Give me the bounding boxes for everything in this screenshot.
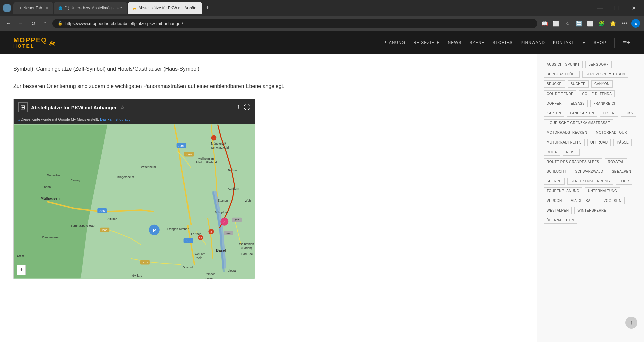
- tag-pässe[interactable]: PÄSSE: [613, 139, 632, 146]
- minimize-button[interactable]: —: [592, 3, 608, 13]
- page-wrapper: MOPPEQ HOTEL 🏍 PLANUNG REISEZIELE NEWS S…: [0, 31, 644, 342]
- tag-wintersperre[interactable]: WINTERSPERRE: [574, 207, 609, 214]
- refresh-icon[interactable]: 🔄: [574, 19, 584, 28]
- tag-karten[interactable]: KARTEN: [544, 110, 564, 117]
- address-input[interactable]: 🔒 https://www.moppedhotel.de/abstellplat…: [52, 19, 537, 28]
- map-fullscreen-icon[interactable]: ⛶: [244, 104, 250, 111]
- map-share-icon[interactable]: ⤴: [237, 104, 240, 111]
- tag-verdon[interactable]: VERDON: [544, 197, 565, 204]
- nav-szene[interactable]: SZENE: [470, 40, 485, 45]
- svg-text:Weil am: Weil am: [194, 252, 205, 256]
- browser-tab-active[interactable]: 🏍 Abstellplätze für PKW mit Anhän... ✕: [128, 2, 202, 14]
- tag-übernachten[interactable]: ÜBERNACHTEN: [544, 217, 577, 224]
- map-subtitle-text: Diese Karte wurde mit Google My Maps ers…: [21, 117, 99, 121]
- tag-landkarten[interactable]: LANDKARTEN: [567, 110, 597, 117]
- tag-ligurische-grenzkammstrasse[interactable]: LIGURISCHE GRENZKAMMSTRASSE: [544, 119, 613, 126]
- tag-cloud: AUSSICHTSPUNKTBERGDORFBERGGASTHÖFEBERGVE…: [544, 61, 637, 224]
- map-info-icon: ℹ: [18, 117, 20, 121]
- tag-unterhaltung[interactable]: UNTERHALTUNG: [585, 187, 620, 194]
- tag-via-del-sale[interactable]: VIA DEL SALE: [568, 197, 598, 204]
- tag-berggasthöfe[interactable]: BERGGASTHÖFE: [544, 71, 580, 78]
- tag-tour[interactable]: TOUR: [616, 178, 632, 185]
- tag-lesen[interactable]: LESEN: [600, 110, 618, 117]
- svg-text:Cernay: Cernay: [71, 179, 80, 182]
- scroll-to-top-button[interactable]: ↑: [625, 317, 637, 329]
- browser-chrome: U 🗒 Neuer Tab ✕ 🌐 (1) Unter- bzw. Abstel…: [0, 0, 644, 16]
- tag-lgks[interactable]: LGKS: [621, 110, 636, 117]
- nav-pinnwand[interactable]: PINNWAND: [521, 40, 545, 45]
- nav-menu-button[interactable]: ≡+: [623, 39, 631, 47]
- tag-elsass[interactable]: ELSASS: [568, 100, 588, 107]
- site-header: MOPPEQ HOTEL 🏍 PLANUNG REISEZIELE NEWS S…: [0, 31, 644, 54]
- nav-shop[interactable]: SHOP: [594, 40, 606, 45]
- nav-news[interactable]: NEWS: [448, 40, 462, 45]
- browser-tab-abstellmoeglichkeiten[interactable]: 🌐 (1) Unter- bzw. Abstellmöglichke... ✕: [54, 2, 127, 14]
- map-subtitle-link[interactable]: Das kannst du auch.: [100, 117, 133, 121]
- tag-motorradstrecken[interactable]: MOTORRADSTRECKEN: [544, 129, 590, 136]
- more-options-icon[interactable]: •••: [620, 19, 629, 28]
- user-avatar[interactable]: U: [3, 4, 11, 12]
- nav-kontakt[interactable]: KONTAKT: [553, 40, 574, 45]
- tag-westalpen[interactable]: WESTALPEN: [544, 207, 572, 214]
- tag-seealpen[interactable]: SEEALPEN: [609, 168, 634, 175]
- tag-tourenplanung[interactable]: TOURENPLANUNG: [544, 187, 582, 194]
- zoom-plus[interactable]: +: [20, 267, 23, 274]
- tag-schlucht[interactable]: SCHLUCHT: [544, 168, 569, 175]
- home-button[interactable]: ⌂: [40, 19, 50, 28]
- map-star-icon[interactable]: ☆: [120, 104, 125, 111]
- favorites-bar-icon[interactable]: ⭐: [608, 19, 618, 28]
- tag-col-de-tende[interactable]: COL DE TENDE: [544, 90, 576, 97]
- back-button[interactable]: ←: [4, 19, 13, 28]
- tag-reise[interactable]: REISE: [563, 149, 580, 156]
- tag-royatal[interactable]: ROYATAL: [605, 158, 627, 165]
- tag-bücher[interactable]: BÜCHER: [568, 80, 589, 88]
- nav-reiseziele[interactable]: REISEZIELE: [413, 40, 440, 45]
- tab-bar: 🗒 Neuer Tab ✕ 🌐 (1) Unter- bzw. Abstellm…: [13, 2, 590, 14]
- site-logo[interactable]: MOPPEQ HOTEL 🏍: [13, 36, 56, 49]
- edge-profile-icon[interactable]: E: [631, 19, 640, 28]
- tag-sperre[interactable]: SPERRE: [544, 178, 565, 185]
- tag-dörfer[interactable]: DÖRFER: [544, 100, 565, 107]
- split-view-icon[interactable]: ⬜: [586, 19, 595, 28]
- nav-stories[interactable]: STORIES: [493, 40, 513, 45]
- address-bar: ← → ↻ ⌂ 🔒 https://www.moppedhotel.de/abs…: [0, 16, 644, 31]
- map-body[interactable]: A35 A36 D83 D39: [14, 124, 255, 279]
- svg-text:Aesch: Aesch: [204, 278, 213, 279]
- tag-colle-di-tenda[interactable]: COLLE DI TENDA: [579, 90, 615, 97]
- map-title-area: ⊞ Abstellplätze für PKW mit Anhänger ☆: [18, 102, 125, 112]
- forward-button[interactable]: →: [16, 19, 25, 28]
- tag-rdga[interactable]: RDGA: [544, 149, 560, 156]
- reader-view-icon[interactable]: ⬜: [551, 19, 561, 28]
- tag-route-des-grandes-alpes[interactable]: ROUTE DES GRANDES ALPES: [544, 158, 602, 165]
- reload-button[interactable]: ↻: [28, 19, 38, 28]
- tag-offroad[interactable]: OFFROAD: [587, 139, 611, 146]
- url-text: https://www.moppedhotel.de/abstellplatze…: [65, 21, 183, 26]
- favorite-icon[interactable]: ☆: [563, 19, 572, 28]
- svg-text:Wehr: Wehr: [245, 199, 252, 202]
- tag-vogesen[interactable]: VOGESEN: [601, 197, 625, 204]
- svg-text:D419: D419: [142, 261, 148, 264]
- tag-motorradtreffs[interactable]: MOTORRADTREFFS: [544, 139, 585, 146]
- svg-text:Todtnau: Todtnau: [228, 169, 238, 172]
- tag-bergvesperstuben[interactable]: BERGVESPERSTUBEN: [582, 71, 628, 78]
- svg-text:A35: A35: [186, 239, 191, 243]
- maximize-button[interactable]: ❐: [609, 3, 625, 13]
- map-zoom-control[interactable]: +: [17, 265, 26, 275]
- new-tab-button[interactable]: +: [203, 3, 212, 13]
- tag-brücke[interactable]: BRÜCKE: [544, 80, 565, 88]
- tag-schwarzwald[interactable]: SCHWARZWALD: [572, 168, 606, 175]
- map-actions: ⤴ ⛶: [237, 104, 250, 111]
- close-window-button[interactable]: ✕: [626, 3, 641, 13]
- tag-motorradtour[interactable]: MOTORRADTOUR: [593, 129, 630, 136]
- tag-frankreich[interactable]: FRANKREICH: [590, 100, 620, 107]
- svg-text:Reinach: Reinach: [204, 273, 215, 276]
- tab-close-1[interactable]: ✕: [45, 6, 48, 10]
- tag-streckensperrung[interactable]: STRECKENSPERRUNG: [567, 178, 613, 185]
- browser-tab-neuer-tab[interactable]: 🗒 Neuer Tab ✕: [13, 2, 53, 14]
- extension-icon[interactable]: 🧩: [597, 19, 606, 28]
- read-mode-icon[interactable]: 📖: [540, 19, 549, 28]
- tag-bergdorf[interactable]: BERGDORF: [585, 61, 612, 68]
- tag-aussichtspunkt[interactable]: AUSSICHTSPUNKT: [544, 61, 583, 68]
- tag-canyon[interactable]: CANYON: [591, 80, 613, 88]
- nav-planung[interactable]: PLANUNG: [383, 40, 405, 45]
